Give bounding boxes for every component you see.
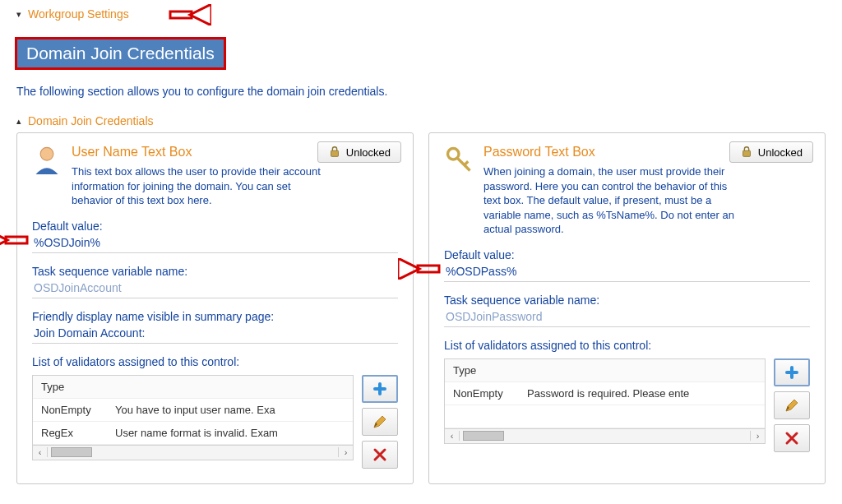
- plus-icon: [372, 381, 388, 397]
- col-type: Type: [33, 376, 107, 399]
- panel-desc: This text box allows the user to provide…: [72, 164, 324, 208]
- validators-table[interactable]: Type NonEmptyYou have to input user name…: [32, 375, 354, 460]
- annotation-arrow: [0, 229, 29, 251]
- friendly-input[interactable]: [32, 323, 398, 344]
- tsv-input[interactable]: [444, 307, 810, 327]
- x-icon: [372, 447, 387, 462]
- pencil-icon: [372, 414, 387, 429]
- delete-validator-button[interactable]: [362, 441, 398, 469]
- domain-join-credentials-expander[interactable]: Domain Join Credentials: [28, 114, 154, 127]
- tsv-label: Task sequence variable name:: [32, 265, 398, 278]
- plus-icon: [784, 364, 800, 381]
- panel-desc: When joining a domain, the user must pro…: [483, 164, 736, 237]
- table-row[interactable]: NonEmptyYou have to input user name. Exa: [33, 398, 353, 421]
- friendly-label: Friendly display name visible in summary…: [32, 310, 398, 323]
- h-scrollbar[interactable]: ‹›: [33, 445, 353, 460]
- section-intro: The following section allows you to conf…: [16, 85, 826, 98]
- default-value-input[interactable]: [444, 261, 810, 282]
- caret-down-icon: ▾: [16, 9, 21, 20]
- edit-validator-button[interactable]: [362, 408, 398, 436]
- lock-icon: [740, 146, 753, 159]
- unlock-button[interactable]: Unlocked: [317, 141, 401, 163]
- keys-icon: [444, 145, 474, 174]
- add-validator-button[interactable]: [362, 375, 398, 403]
- unlock-label: Unlocked: [758, 146, 803, 159]
- delete-validator-button[interactable]: [774, 424, 810, 452]
- panel-title: User Name Text Box: [72, 145, 324, 160]
- table-row[interactable]: RegExUser name format is invalid. Exam: [33, 421, 353, 444]
- default-value-label: Default value:: [444, 248, 810, 261]
- default-value-label: Default value:: [32, 220, 398, 233]
- user-icon: [32, 145, 62, 174]
- pencil-icon: [784, 398, 799, 413]
- table-row[interactable]: NonEmptyPassword is required. Please ent…: [445, 381, 765, 405]
- col-type: Type: [445, 359, 519, 382]
- caret-up-icon: ▴: [16, 116, 21, 127]
- tsv-label: Task sequence variable name:: [444, 294, 810, 307]
- add-validator-button[interactable]: [774, 358, 810, 386]
- validators-label: List of validators assigned to this cont…: [32, 355, 398, 368]
- h-scrollbar[interactable]: ‹›: [445, 428, 765, 443]
- workgroup-settings-expander[interactable]: Workgroup Settings: [28, 7, 129, 21]
- tsv-input[interactable]: [32, 278, 398, 298]
- unlock-label: Unlocked: [346, 146, 391, 159]
- annotation-arrow: [169, 4, 211, 25]
- panel-title: Password Text Box: [483, 145, 736, 160]
- username-panel: Unlocked User Name Text Box This text bo…: [16, 132, 414, 484]
- unlock-button[interactable]: Unlocked: [729, 141, 813, 163]
- edit-validator-button[interactable]: [774, 391, 810, 419]
- default-value-input[interactable]: [32, 233, 398, 253]
- lock-icon: [328, 146, 341, 159]
- password-panel: Unlocked Password Text Box When joining …: [428, 132, 826, 484]
- section-banner: Domain Join Credentials: [16, 39, 224, 68]
- x-icon: [784, 431, 799, 446]
- validators-table[interactable]: Type NonEmptyPassword is required. Pleas…: [444, 358, 766, 444]
- validators-label: List of validators assigned to this cont…: [444, 339, 810, 352]
